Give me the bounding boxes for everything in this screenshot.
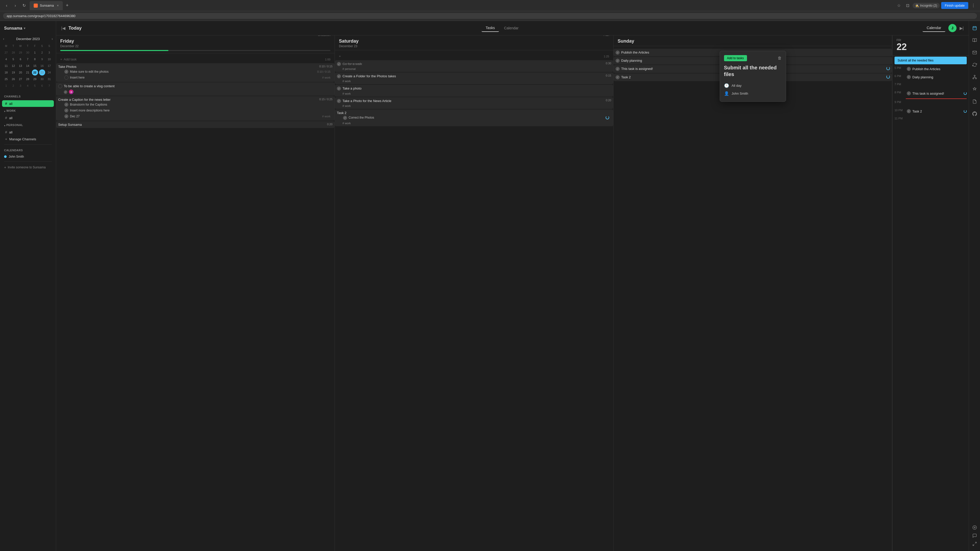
task-news-photo-checkbox[interactable]: ✓	[337, 99, 341, 103]
cal-day-22-today[interactable]: 22	[32, 69, 38, 76]
cal-day-6b[interactable]: 6	[39, 83, 45, 89]
cal-day-3b[interactable]: 3	[18, 83, 24, 89]
cal-day-28b[interactable]: 28	[24, 76, 30, 82]
personal-collapse-icon[interactable]: ▾	[4, 124, 5, 127]
task-walk-checkbox[interactable]: ✓	[337, 62, 341, 66]
invite-button[interactable]: + Invite someone to Sunsama	[0, 164, 56, 171]
cal-day-10[interactable]: 10	[46, 56, 52, 62]
cal-day-7[interactable]: 7	[24, 56, 30, 62]
user-avatar[interactable]: J	[948, 24, 956, 32]
tab-calendar[interactable]: Calendar	[500, 24, 523, 32]
cal-day-3[interactable]: 3	[46, 49, 52, 56]
forward-button[interactable]: ▶|	[959, 26, 964, 30]
right-icon-mail[interactable]	[970, 48, 979, 57]
cal-day-1[interactable]: 1	[32, 49, 38, 56]
cal-day-12[interactable]: 12	[10, 63, 16, 69]
cal-day-23[interactable]: 23	[39, 69, 45, 76]
right-icon-document[interactable]	[970, 97, 979, 106]
task-take-photos[interactable]: Take Photos 0:10 / 0:15 ✓ Make sure to e…	[56, 63, 334, 82]
right-icon-sync[interactable]	[970, 61, 979, 69]
task-2-sunday-checkbox[interactable]: ✓	[616, 75, 620, 79]
vlog-sub-checkbox[interactable]: ✓	[64, 90, 67, 94]
right-icon-network[interactable]	[970, 73, 979, 81]
finish-update-button[interactable]: Finish update	[941, 2, 968, 9]
cal-day-21[interactable]: 21	[24, 69, 30, 76]
cal-day-25[interactable]: 25	[3, 76, 9, 82]
right-icon-notebook[interactable]	[970, 36, 979, 44]
cal-5pm-checkbox[interactable]: ✓	[907, 67, 911, 71]
cal-day-11[interactable]: 11	[3, 63, 9, 69]
cal-day-29[interactable]: 29	[18, 49, 24, 56]
mini-cal-prev[interactable]: ‹	[3, 37, 4, 41]
split-view-button[interactable]: ⊡	[904, 2, 911, 9]
subtask-edit-checkbox[interactable]: ✓	[64, 70, 68, 74]
right-icon-expand[interactable]	[970, 540, 979, 548]
task-take-photo[interactable]: ✓ Take a photo # work	[335, 85, 613, 97]
cal-day-9[interactable]: 9	[39, 56, 45, 62]
mini-cal-next[interactable]: ›	[52, 37, 53, 41]
sidebar-item-personal-all[interactable]: # all	[2, 129, 54, 135]
right-icon-settings[interactable]	[970, 85, 979, 94]
cal-day-28[interactable]: 28	[10, 49, 16, 56]
cal-day-30[interactable]: 30	[24, 49, 30, 56]
sidebar-item-all[interactable]: # all	[2, 100, 54, 107]
cal-8pm-checkbox[interactable]: ✓	[907, 91, 911, 95]
right-icon-github[interactable]	[970, 110, 979, 118]
cal-day-4[interactable]: 4	[3, 56, 9, 62]
cal-day-7b[interactable]: 7	[46, 83, 52, 89]
cal-day-30[interactable]: 30	[39, 76, 45, 82]
subtask-brainstorm-checkbox[interactable]: ✓	[64, 103, 68, 106]
reload-button[interactable]: ↻	[21, 2, 27, 9]
sidebar-item-work-all[interactable]: # all	[2, 114, 54, 121]
task-publish-checkbox[interactable]: ✓	[616, 51, 620, 55]
subtask-correct-checkbox[interactable]: ✓	[343, 116, 347, 120]
tab-close-button[interactable]: ×	[57, 4, 59, 7]
app-logo[interactable]: Sunsama ▾	[0, 24, 56, 35]
task-folder[interactable]: ✓ Create a Folder for the Photos takes 0…	[335, 73, 613, 84]
subtask-dec27-checkbox[interactable]: ✓	[64, 114, 68, 118]
task-assigned-checkbox[interactable]: ✓	[616, 67, 620, 71]
task-vlog-checkbox[interactable]	[58, 84, 62, 88]
cal-6pm-checkbox[interactable]: ✓	[907, 75, 911, 79]
cal-day-27[interactable]: 27	[3, 49, 9, 56]
cal-day-27b[interactable]: 27	[18, 76, 24, 82]
saturday-add-task[interactable]: + 1:25	[337, 53, 611, 60]
cal-day-20[interactable]: 20	[18, 69, 24, 76]
today-button[interactable]: Today	[68, 25, 82, 31]
cal-day-31[interactable]: 31	[46, 76, 52, 82]
right-icon-chat[interactable]	[970, 532, 979, 540]
active-tab[interactable]: Sunsama ×	[30, 1, 63, 10]
collapse-sidebar-button[interactable]: |◀	[61, 26, 65, 30]
tab-tasks[interactable]: Tasks	[482, 24, 499, 32]
cal-day-14[interactable]: 14	[24, 63, 30, 69]
sidebar-manage-channels[interactable]: + Manage Channels	[2, 136, 54, 142]
work-collapse-icon[interactable]: ▾	[4, 110, 5, 113]
more-options-button[interactable]: ⋮	[970, 2, 977, 9]
subtask-descriptions-checkbox[interactable]: ✓	[64, 108, 68, 113]
task-folder-checkbox[interactable]: ✓	[337, 74, 341, 78]
cal-highlighted-event[interactable]: Submit all the needed files	[894, 57, 967, 64]
cal-day-29b[interactable]: 29	[32, 76, 38, 82]
task-caption[interactable]: Create a Caption for the news letter 0:1…	[56, 96, 334, 121]
cal-day-8[interactable]: 8	[32, 56, 38, 62]
cal-day-13[interactable]: 13	[18, 63, 24, 69]
cal-10pm-checkbox[interactable]: ✓	[907, 109, 911, 113]
cal-day-18[interactable]: 18	[3, 69, 9, 76]
back-button[interactable]: ‹	[3, 2, 10, 9]
cal-day-2[interactable]: 2	[39, 49, 45, 56]
task-news-photo[interactable]: ✓ Take a Photo for the News Article 0:20…	[335, 97, 613, 109]
forward-button[interactable]: ›	[12, 2, 19, 9]
cal-day-2b[interactable]: 2	[10, 83, 16, 89]
cal-day-24[interactable]: 24	[46, 69, 52, 76]
cal-day-4b[interactable]: 4	[24, 83, 30, 89]
cal-day-6[interactable]: 6	[18, 56, 24, 62]
cal-day-26[interactable]: 26	[10, 76, 16, 82]
friday-add-task[interactable]: + Add task 1:00	[58, 56, 332, 63]
right-icon-palette[interactable]	[970, 524, 979, 532]
task-daily-checkbox[interactable]: ✓	[616, 59, 620, 63]
task-2-saturday[interactable]: Task 2 ✓ Correct the Photos # work	[335, 110, 613, 126]
calendar-user-item[interactable]: John Smith	[0, 154, 56, 159]
cal-day-5b[interactable]: 5	[32, 83, 38, 89]
cal-day-1b[interactable]: 1	[3, 83, 9, 89]
right-icon-calendar[interactable]	[970, 24, 979, 32]
